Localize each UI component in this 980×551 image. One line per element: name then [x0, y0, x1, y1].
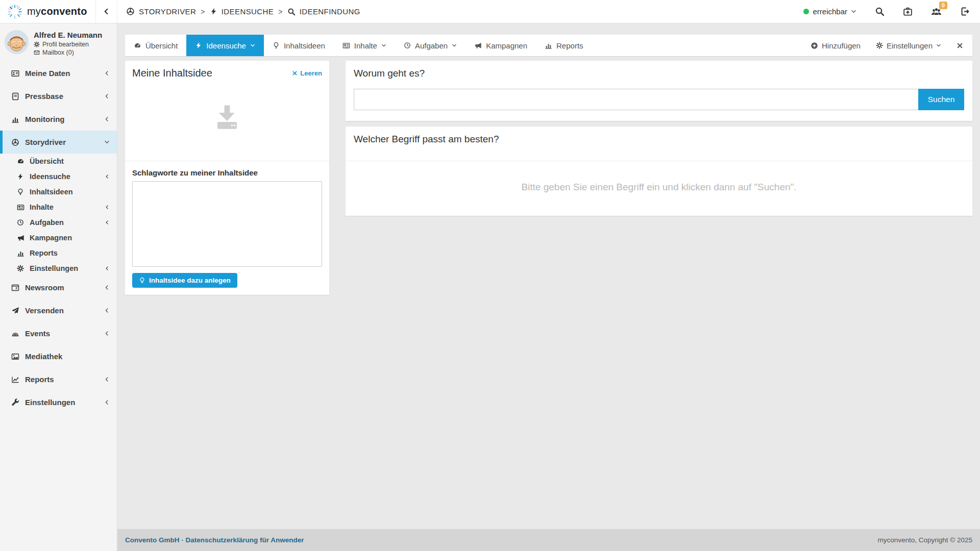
chevron-down-icon	[452, 43, 457, 48]
search-icon	[287, 8, 296, 16]
sidebar-item-events[interactable]: Events	[0, 322, 117, 345]
press-book-icon	[11, 92, 20, 101]
online-users-button[interactable]: 0	[931, 6, 942, 17]
chevron-left-icon	[105, 220, 110, 225]
topic-search-input[interactable]	[354, 89, 918, 110]
bolt-icon	[16, 173, 25, 180]
chevron-left-icon	[104, 399, 110, 405]
bar-chart-icon	[16, 249, 25, 257]
tab-kampagnen[interactable]: Kampagnen	[465, 35, 536, 56]
divider	[125, 161, 329, 161]
submenu-item-inhaltsideen[interactable]: Inhaltsideen	[0, 184, 117, 199]
breadcrumb-item-storydriver[interactable]: STORYDRIVER	[126, 7, 196, 16]
logo[interactable]: myconvento	[0, 0, 96, 23]
logo-burst-icon	[7, 4, 22, 19]
header-actions: erreichbar 0	[803, 0, 980, 23]
chevron-left-icon	[104, 308, 110, 313]
gear-icon	[34, 41, 40, 47]
gear-icon	[876, 42, 883, 49]
keywords-label: Schlagworte zu meiner Inhaltsidee	[132, 168, 322, 177]
tab-inhaltsideen[interactable]: Inhaltsideen	[264, 35, 334, 56]
clock-icon	[16, 219, 25, 226]
idea-drop-zone[interactable]	[132, 79, 322, 156]
sidebar-item-meine-daten[interactable]: Meine Daten	[0, 62, 117, 85]
create-content-idea-button[interactable]: Inhaltsidee dazu anlegen	[132, 273, 237, 288]
steering-wheel-icon	[126, 7, 135, 16]
keywords-textarea[interactable]	[132, 181, 322, 267]
top-header: myconvento STORYDRIVER > IDEENSUCHE > ID…	[0, 0, 980, 23]
sign-out-icon	[960, 7, 970, 16]
company-link[interactable]: Convento GmbH	[125, 536, 180, 544]
privacy-link[interactable]: Datenschutzerklärung für Anwender	[186, 536, 304, 544]
sidebar-item-einstellungen[interactable]: Einstellungen	[0, 391, 117, 414]
edit-profile-link[interactable]: Profil bearbeiten	[34, 40, 102, 48]
window-icon	[11, 284, 20, 292]
sidebar-item-mediathek[interactable]: Mediathek	[0, 345, 117, 368]
paper-plane-icon	[11, 307, 20, 315]
submenu-item-kampagnen[interactable]: Kampagnen	[0, 230, 117, 245]
clear-idea-button[interactable]: Leeren	[292, 67, 322, 77]
tab-inhalte[interactable]: Inhalte	[334, 35, 395, 56]
breadcrumb-separator: >	[278, 8, 283, 16]
bolt-icon	[195, 42, 202, 49]
panel-title: Meine Inhaltsidee	[132, 67, 212, 79]
newspaper-icon	[342, 42, 350, 49]
submenu-item-inhalte[interactable]: Inhalte	[0, 199, 117, 215]
chevron-left-icon	[104, 285, 110, 290]
submenu-item-einstellungen[interactable]: Einstellungen	[0, 261, 117, 276]
lightbulb-icon	[273, 42, 280, 49]
status-label: erreichbar	[813, 7, 847, 16]
bolt-icon	[210, 8, 217, 15]
chevron-down-icon	[381, 43, 386, 48]
search-button[interactable]: Suchen	[918, 89, 964, 110]
submenu-item-reports[interactable]: Reports	[0, 245, 117, 261]
chevron-left-icon	[104, 70, 110, 76]
chevron-left-icon	[103, 8, 110, 15]
user-name: Alfred E. Neumann	[34, 31, 102, 39]
logout-button[interactable]	[960, 7, 970, 16]
sidebar-item-newsroom[interactable]: Newsroom	[0, 276, 117, 299]
sidebar-item-reports[interactable]: Reports	[0, 368, 117, 391]
chevron-left-icon	[104, 331, 110, 336]
tab-settings-dropdown[interactable]: Einstellungen	[876, 41, 941, 50]
breadcrumb-separator: >	[201, 8, 205, 16]
submenu-item-ideensuche[interactable]: Ideensuche	[0, 169, 117, 184]
tab-reports[interactable]: Reports	[536, 35, 592, 56]
newspaper-icon	[16, 204, 25, 211]
sidebar-item-versenden[interactable]: Versenden	[0, 299, 117, 322]
footer-separator: ·	[181, 536, 184, 544]
sidebar-collapse-button[interactable]	[96, 0, 117, 23]
sidebar-item-storydriver[interactable]: Storydriver	[0, 131, 117, 154]
avatar[interactable]	[5, 30, 29, 54]
availability-status-dropdown[interactable]: erreichbar	[803, 7, 856, 16]
sidebar-item-pressbase[interactable]: Pressbase	[0, 85, 117, 108]
add-button[interactable]: Hinzufügen	[811, 41, 861, 50]
bullhorn-icon	[474, 42, 482, 49]
chevron-left-icon	[104, 93, 110, 99]
toolbox-button[interactable]	[903, 7, 913, 16]
breadcrumb-item-ideensuche[interactable]: IDEENSUCHE	[210, 7, 274, 16]
line-chart-icon	[11, 375, 20, 384]
sidebar-item-monitoring[interactable]: Monitoring	[0, 108, 117, 131]
close-module-button[interactable]	[957, 42, 963, 49]
tab-uebersicht[interactable]: Übersicht	[125, 35, 186, 56]
tab-ideensuche[interactable]: Ideensuche	[186, 35, 264, 56]
plus-circle-icon	[811, 42, 818, 49]
sidebar-menu: Meine Daten Pressbase Monitoring Storydr…	[0, 62, 117, 154]
sidebar: Alfred E. Neumann Profil bearbeiten Mail…	[0, 23, 117, 551]
mailbox-link[interactable]: Mailbox (0)	[34, 48, 102, 57]
tab-aufgaben[interactable]: Aufgaben	[395, 35, 465, 56]
breadcrumb: STORYDRIVER > IDEENSUCHE > IDEENFINDUNG	[117, 0, 360, 23]
submenu-item-aufgaben[interactable]: Aufgaben	[0, 215, 117, 230]
chevron-down-icon	[250, 43, 255, 48]
image-icon	[11, 353, 20, 361]
breadcrumb-item-ideenfindung[interactable]: IDEENFINDUNG	[287, 7, 360, 16]
x-icon	[292, 70, 298, 76]
chevron-down-icon	[936, 43, 941, 48]
global-search-button[interactable]	[875, 7, 885, 16]
user-panel: Alfred E. Neumann Profil bearbeiten Mail…	[0, 23, 117, 62]
submenu-item-uebersicht[interactable]: Übersicht	[0, 154, 117, 169]
search-icon	[875, 7, 885, 16]
chevron-left-icon	[104, 377, 110, 382]
chevron-left-icon	[105, 174, 110, 179]
